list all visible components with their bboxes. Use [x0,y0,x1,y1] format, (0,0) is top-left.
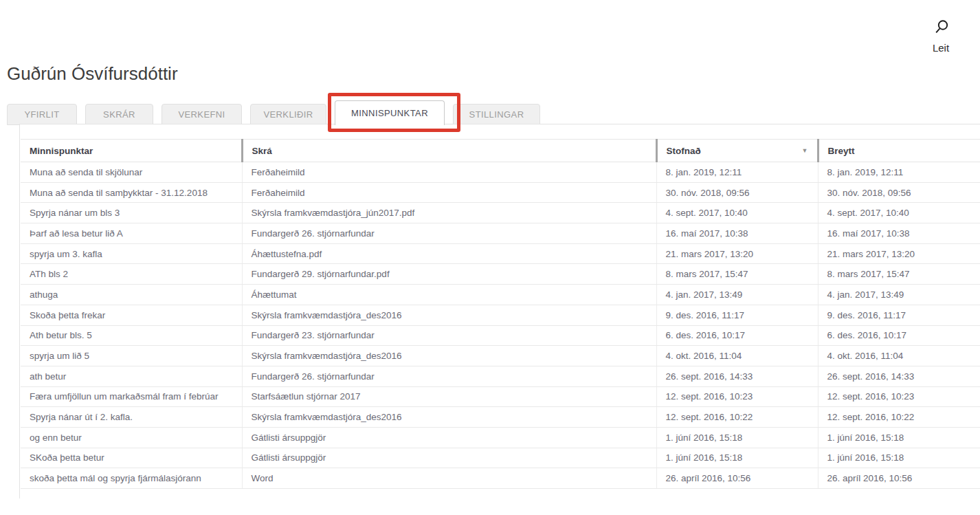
tab-label: YFIRLIT [24,109,59,120]
table-row[interactable]: og enn beturGátlisti ársuppgjör1. júní 2… [21,427,980,448]
column-header-skrá[interactable]: Skrá [242,140,656,162]
tab-strip: YFIRLITSKRÁRVERKEFNIVERKLIÐIRMINNISPUNKT… [7,100,540,125]
table-cell: Starfsáætlun stjórnar 2017 [242,386,656,407]
table-cell: 8. mars 2017, 15:47 [656,264,818,285]
table-cell: 9. des. 2016, 11:17 [656,305,818,325]
table-cell: Fundargerð 26. stjórnarfundar [242,223,656,244]
table-cell: Muna að senda til samþykktar - 31.12.201… [21,182,242,203]
table-row[interactable]: Muna að senda til samþykktar - 31.12.201… [21,182,980,203]
table-cell: 8. mars 2017, 15:47 [818,264,980,285]
table-row[interactable]: Færa umfjöllun um markaðsmál fram í febr… [21,386,980,407]
table-cell: 1. júní 2016, 15:18 [656,427,818,448]
table-row[interactable]: skoða þetta mál og spyrja fjármálasjóran… [21,468,980,489]
table-row[interactable]: Ath betur bls. 5Fundargerð 23. stjórnarf… [21,325,980,346]
table-cell: Færa umfjöllun um markaðsmál fram í febr… [21,386,242,407]
table-cell: 21. mars 2017, 13:20 [656,243,818,264]
table-cell: 12. sept. 2016, 10:22 [818,407,980,428]
table-cell: 1. júní 2016, 15:18 [818,427,980,448]
table-cell: 4. jan. 2017, 13:49 [818,285,980,305]
page: Leit Guðrún Ósvífursdóttir YFIRLITSKRÁRV… [0,0,980,515]
tab-label: MINNISPUNKTAR [351,108,428,118]
tab-verkefni[interactable]: VERKEFNI [162,104,242,125]
column-header-stofnað[interactable]: Stofnað▼ [656,140,818,162]
table-cell: 26. apríl 2016, 10:56 [656,468,818,489]
tab-label: SKRÁR [103,109,135,120]
table-cell: 8. jan. 2019, 12:11 [818,162,980,183]
tab-stillingar[interactable]: STILLINGAR [453,104,540,125]
table-row[interactable]: athugaÁhættumat4. jan. 2017, 13:494. jan… [21,285,980,305]
table-cell: 30. nóv. 2018, 09:56 [656,182,818,203]
table-cell: 6. des. 2016, 10:17 [818,325,980,346]
table-cell: Ath betur bls. 5 [21,325,242,346]
search-label: Leit [921,42,961,54]
table-row[interactable]: spyrja um lið 5Skýrsla framkvæmdastjóra_… [21,346,980,366]
table-cell: Word [242,468,656,489]
table-cell: Spyrja nánar um bls 3 [21,203,242,223]
search-button[interactable]: Leit [921,18,961,54]
tab-skrár[interactable]: SKRÁR [85,104,153,125]
table-cell: 12. sept. 2016, 10:22 [656,407,818,428]
table-cell: 26. sept. 2016, 14:33 [656,366,818,386]
table-cell: Spyrja nánar út í 2. kafla. [21,407,242,428]
table-row[interactable]: Spyrja nánar út í 2. kafla.Skýrsla framk… [21,407,980,428]
table-cell: 1. júní 2016, 15:18 [818,448,980,468]
table-cell: 1. júní 2016, 15:18 [656,448,818,468]
sort-descending-icon[interactable]: ▼ [802,147,810,154]
table-cell: 26. sept. 2016, 14:33 [818,366,980,386]
page-title: Guðrún Ósvífursdóttir [7,63,178,85]
table-cell: Gátlisti ársuppgjör [242,427,656,448]
table-cell: 9. des. 2016, 11:17 [818,305,980,325]
table-cell: ATh bls 2 [21,264,242,285]
table-row[interactable]: ATh bls 2Fundargerð 29. stjórnarfundar.p… [21,264,980,285]
column-header-label: Breytt [828,146,855,156]
table-row[interactable]: Skoða þetta frekarSkýrsla framkvæmdastjó… [21,305,980,325]
table-cell: 4. sept. 2017, 10:40 [818,203,980,223]
table-cell: Ferðaheimild [242,162,656,183]
tab-yfirlit[interactable]: YFIRLIT [7,104,77,125]
table-cell: Gátlisti ársuppgjör [242,448,656,468]
tab-label: VERKEFNI [178,109,225,120]
table-row[interactable]: SKoða þetta beturGátlisti ársuppgjör1. j… [21,448,980,468]
table-cell: 4. okt. 2016, 11:04 [818,346,980,366]
table-cell: 21. mars 2017, 13:20 [818,243,980,264]
table-cell: 4. okt. 2016, 11:04 [656,346,818,366]
table-cell: Fundargerð 23. stjórnarfundar [242,325,656,346]
table-row[interactable]: Muna að senda til skjölunarFerðaheimild8… [21,162,980,183]
table-cell: ath betur [21,366,242,386]
table-cell: Áhættustefna.pdf [242,243,656,264]
column-header-label: Skrá [252,146,272,156]
table-cell: 26. apríl 2016, 10:56 [818,468,980,489]
table-cell: 16. maí 2017, 10:38 [656,223,818,244]
table-cell: SKoða þetta betur [21,448,242,468]
table-row[interactable]: ath beturFundargerð 26. stjórnarfundar26… [21,366,980,386]
table-row[interactable]: Þarf að lesa betur lið AFundargerð 26. s… [21,223,980,244]
table-body: Muna að senda til skjölunarFerðaheimild8… [21,162,980,489]
table-cell: Fundargerð 29. stjórnarfundar.pdf [242,264,656,285]
table-cell: 8. jan. 2019, 12:11 [656,162,818,183]
table-cell: Þarf að lesa betur lið A [21,223,242,244]
content-panel: MinnispunktarSkráStofnað▼Breytt Muna að … [19,124,980,498]
table-cell: spyrja um lið 5 [21,346,242,366]
table-cell: spyrja um 3. kafla [21,243,242,264]
table-cell: 16. maí 2017, 10:38 [818,223,980,244]
table-cell: 6. des. 2016, 10:17 [656,325,818,346]
column-header-minnispunktar[interactable]: Minnispunktar [21,140,242,162]
table-row[interactable]: spyrja um 3. kaflaÁhættustefna.pdf21. ma… [21,243,980,264]
table-cell: 12. sept. 2016, 10:23 [818,386,980,407]
table-cell: 4. jan. 2017, 13:49 [656,285,818,305]
table-cell: Skýrsla framkvæmdastjóra_des2016 [242,305,656,325]
table-cell: athuga [21,285,242,305]
column-header-label: Minnispunktar [30,146,93,156]
column-header-breytt[interactable]: Breytt [818,140,980,162]
table-cell: skoða þetta mál og spyrja fjármálasjóran… [21,468,242,489]
table-cell: Skýrsla framkvæmdastjóra_des2016 [242,346,656,366]
table-cell: Muna að senda til skjölunar [21,162,242,183]
tab-verkliðir[interactable]: VERKLIÐIR [250,104,326,125]
table-row[interactable]: Spyrja nánar um bls 3Skýrsla framkvæmdas… [21,203,980,223]
table-cell: Skýrsla framkvæmdastjóra_jún2017.pdf [242,203,656,223]
table-cell: Skýrsla framkvæmdastjóra_des2016 [242,407,656,428]
table-cell: og enn betur [21,427,242,448]
table-cell: Ferðaheimild [242,182,656,203]
tab-minnispunktar[interactable]: MINNISPUNKTAR [335,100,445,125]
tab-label: VERKLIÐIR [263,109,313,120]
